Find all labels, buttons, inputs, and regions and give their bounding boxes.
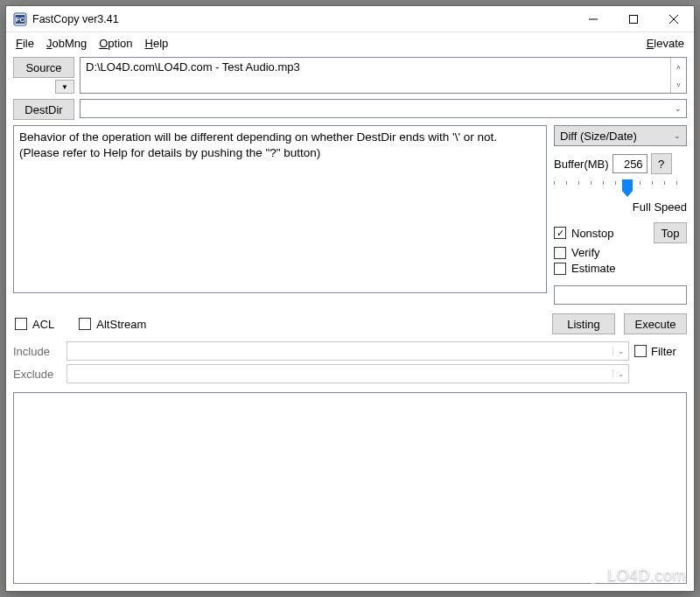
menu-help[interactable]: Help <box>139 35 175 52</box>
app-window: FC FastCopy ver3.41 File JobMng Option H… <box>5 5 695 592</box>
execute-button[interactable]: Execute <box>624 313 687 334</box>
window-title: FastCopy ver3.41 <box>32 13 119 25</box>
destdir-button[interactable]: DestDir <box>13 99 74 120</box>
speed-label: Full Speed <box>554 200 687 214</box>
exclude-dropdown: ⌄ <box>612 369 628 378</box>
menu-option[interactable]: Option <box>93 35 138 52</box>
exclude-input <box>67 366 612 383</box>
destdir-input[interactable] <box>80 101 670 117</box>
help-button[interactable]: ? <box>651 153 672 174</box>
menubar: File JobMng Option Help Elevate <box>6 32 694 53</box>
estimate-label: Estimate <box>571 262 616 275</box>
menu-elevate[interactable]: Elevate <box>640 35 690 52</box>
verify-label: Verify <box>571 246 600 259</box>
source-input[interactable] <box>80 58 670 75</box>
source-history-dropdown[interactable]: ▼ <box>55 80 74 94</box>
destdir-box: ⌄ <box>80 99 687 118</box>
close-button[interactable] <box>654 6 694 32</box>
titlebar: FC FastCopy ver3.41 <box>6 6 694 32</box>
buffer-label: Buffer(MB) <box>554 158 609 171</box>
minimize-button[interactable] <box>573 6 613 32</box>
speed-slider[interactable] <box>554 179 687 197</box>
altstream-label: AltStream <box>96 318 146 331</box>
mode-value: Diff (Size/Date) <box>560 130 637 143</box>
slider-thumb[interactable] <box>622 179 633 197</box>
log-panel <box>13 392 687 584</box>
menu-file[interactable]: File <box>10 35 40 52</box>
include-label: Include <box>13 345 61 358</box>
altstream-checkbox[interactable] <box>79 318 91 330</box>
scroll-down-icon[interactable]: v <box>671 75 686 93</box>
status-box <box>554 285 687 305</box>
svg-rect-4 <box>630 15 638 23</box>
chevron-down-icon: ⌄ <box>674 131 681 140</box>
acl-checkbox[interactable] <box>15 318 27 330</box>
menu-jobmng[interactable]: JobMng <box>40 35 93 52</box>
nonstop-label: Nonstop <box>571 227 613 240</box>
exclude-label: Exclude <box>13 368 61 381</box>
app-icon: FC <box>13 12 27 26</box>
source-path-box: ʌ v <box>80 57 687 94</box>
info-line1: Behavior of the operation will be differ… <box>19 130 541 145</box>
svg-text:FC: FC <box>16 16 25 24</box>
mode-combobox[interactable]: Diff (Size/Date) ⌄ <box>554 125 687 146</box>
scroll-up-icon[interactable]: ʌ <box>671 58 686 75</box>
source-button[interactable]: Source <box>13 57 74 78</box>
include-input <box>67 343 612 360</box>
destdir-dropdown[interactable]: ⌄ <box>670 104 686 113</box>
filter-label: Filter <box>651 345 676 358</box>
buffer-input[interactable] <box>612 154 648 173</box>
nonstop-checkbox[interactable]: ✓ <box>554 227 566 239</box>
source-scroll[interactable]: ʌ v <box>670 58 686 93</box>
acl-label: ACL <box>32 318 54 331</box>
verify-checkbox[interactable] <box>554 247 566 259</box>
maximize-button[interactable] <box>613 6 654 32</box>
listing-button[interactable]: Listing <box>552 313 615 334</box>
estimate-checkbox[interactable] <box>554 263 566 275</box>
info-line2: (Please refer to Help for details by pus… <box>19 145 541 161</box>
filter-checkbox[interactable] <box>634 345 647 357</box>
include-dropdown: ⌄ <box>612 347 628 355</box>
top-button[interactable]: Top <box>654 222 687 243</box>
info-panel: Behavior of the operation will be differ… <box>13 125 547 293</box>
